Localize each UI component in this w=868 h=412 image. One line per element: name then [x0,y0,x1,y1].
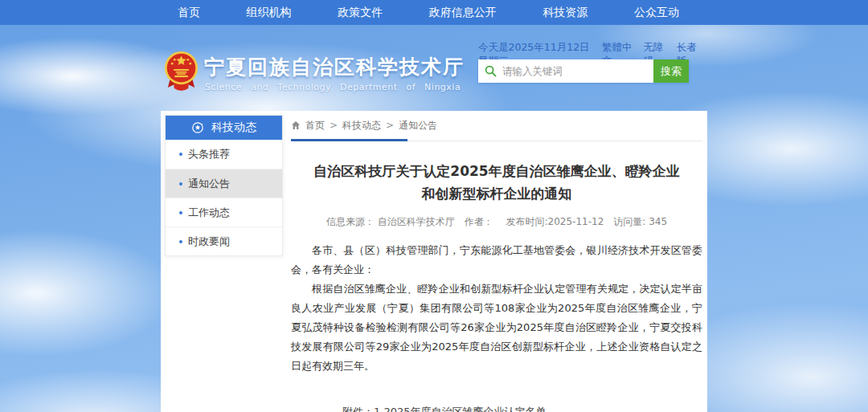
divider-accent [291,139,407,141]
breadcrumb-divider [291,139,702,141]
national-emblem-logo [162,49,200,92]
nav-item-gov-info-disclosure[interactable]: 政府信息公开 [423,6,503,20]
nav-item-sci-tech-resources[interactable]: 科技资源 [536,6,594,20]
attachments-label: 附件： [342,402,374,412]
sidebar-item-label: 通知公告 [188,177,230,191]
attachments-block: 附件： 1.2025年度自治区雏鹰企业认定名单 2.2025年度自治区瞪羚企业认… [342,402,702,412]
article-body: 各市、县（区）科技管理部门，宁东能源化工基地管委会，银川经济技术开发区管委会，各… [291,241,702,376]
article-title-line1: 自治区科技厅关于认定2025年度自治区雏鹰企业、瞪羚企业 [313,163,679,179]
nav-item-policy-documents[interactable]: 政策文件 [331,6,389,20]
article-title-line2: 和创新型标杆企业的通知 [422,186,572,202]
nav-item-home[interactable]: 首页 [171,6,207,20]
page: 首页 组织机构 政策文件 政府信息公开 科技资源 公众互动 宁夏回族自治区科学技… [0,0,868,412]
search-bar: 搜索 [478,59,689,83]
search-icon [485,65,497,77]
sidebar-item-headline-recommend[interactable]: 头条推荐 [166,140,282,169]
nav-item-organization[interactable]: 组织机构 [240,6,298,20]
main-panel: 科技动态 头条推荐 通知公告 工作动态 时政要闻 [161,111,707,412]
sidebar-item-current-politics[interactable]: 时政要闻 [166,226,282,255]
attachment-link-1[interactable]: 1.2025年度自治区雏鹰企业认定名单 [374,402,578,412]
site-title: 宁夏回族自治区科学技术厅 [204,54,465,80]
sidebar-title: 科技动态 [211,120,256,135]
article-paragraph: 根据自治区雏鹰企业、瞪羚企业和创新型标杆企业认定管理有关规定，决定认定半亩良人农… [291,279,702,376]
sidebar-item-label: 工作动态 [188,206,230,220]
breadcrumb: 首页 > 科技动态 > 通知公告 [291,116,702,135]
bullet-dot-icon [179,182,182,186]
nav-item-public-interaction[interactable]: 公众互动 [628,6,686,20]
bullet-dot-icon [179,240,182,243]
breadcrumb-notices[interactable]: 通知公告 [399,119,437,133]
bullet-dot-icon [179,211,182,214]
article-paragraph: 各市、县（区）科技管理部门，宁东能源化工基地管委会，银川经济技术开发区管委会，各… [291,241,702,279]
search-box [478,59,653,83]
search-button[interactable]: 搜索 [653,59,689,83]
bullet-dot-icon [179,153,182,156]
star-circle-icon [191,121,204,134]
sidebar: 科技动态 头条推荐 通知公告 工作动态 时政要闻 [165,115,283,256]
breadcrumb-separator: > [386,120,394,131]
article-meta: 信息来源： 自治区科学技术厅 作者： 发布时间:2025-11-12 访问量: … [291,215,702,229]
breadcrumb-home[interactable]: 首页 [305,119,325,133]
top-navigation: 首页 组织机构 政策文件 政府信息公开 科技资源 公众互动 [0,0,868,25]
sidebar-item-notices[interactable]: 通知公告 [166,169,282,198]
top-navigation-items: 首页 组织机构 政策文件 政府信息公开 科技资源 公众互动 [171,0,686,25]
article-column: 首页 > 科技动态 > 通知公告 自治区科技厅关于认定2025年度自治区雏鹰企业… [291,116,702,412]
home-icon [291,120,301,130]
sidebar-item-label: 头条推荐 [188,147,230,161]
breadcrumb-separator: > [330,120,338,131]
breadcrumb-sci-tech-news[interactable]: 科技动态 [342,119,381,133]
search-input[interactable] [478,59,653,83]
attachments-list: 1.2025年度自治区雏鹰企业认定名单 2.2025年度自治区瞪羚企业认定名单 … [374,402,578,412]
site-subtitle: Science and Technology Department of Nin… [205,82,461,92]
sidebar-header: 科技动态 [166,116,282,140]
sidebar-item-work-updates[interactable]: 工作动态 [166,198,282,226]
sidebar-item-label: 时政要闻 [188,235,230,249]
article-title: 自治区科技厅关于认定2025年度自治区雏鹰企业、瞪羚企业 和创新型标杆企业的通知 [291,160,702,205]
